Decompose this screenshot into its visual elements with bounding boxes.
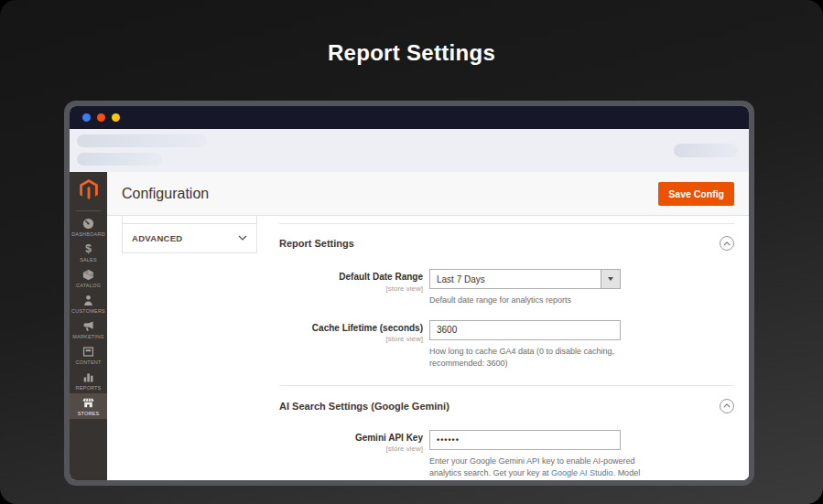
section-title: Report Settings — [279, 238, 354, 249]
sidebar-item-label: REPORTS — [76, 385, 102, 391]
config-tab-label: ADVANCED — [132, 233, 183, 243]
page-title: Report Settings — [0, 40, 823, 66]
select-dropdown-button[interactable] — [601, 270, 620, 288]
toolbar-skeleton-bar — [674, 144, 738, 157]
save-config-button[interactable]: Save Config — [658, 182, 734, 206]
dashboard-icon — [82, 218, 94, 230]
customers-icon — [82, 295, 94, 306]
sidebar-item-label: CONTENT — [76, 359, 102, 365]
field-default-date-range: Default Date Range [store view] Last 7 D… — [279, 269, 734, 307]
config-nav-column: ADVANCED — [122, 216, 257, 486]
sidebar-item-label: STORES — [78, 411, 100, 416]
window-dot-red[interactable] — [97, 113, 105, 122]
field-help-text: Default date range for analytics reports — [429, 295, 649, 307]
field-scope: [store view] — [279, 445, 423, 453]
cache-lifetime-input[interactable] — [429, 320, 621, 340]
sidebar-item-marketing[interactable]: MARKETING — [70, 316, 107, 342]
sidebar-item-label: DASHBOARD — [71, 231, 105, 237]
section-report-settings-header: Report Settings — [279, 224, 734, 251]
section-title: AI Search Settings (Google Gemini) — [279, 401, 449, 412]
stores-icon — [82, 397, 94, 409]
content-icon — [82, 346, 94, 358]
sidebar-item-label: CUSTOMERS — [71, 308, 105, 314]
browser-window: DASHBOARD $ SALES CATALOG — [64, 101, 754, 486]
field-label: Gemini API Key — [279, 433, 423, 445]
sales-icon: $ — [85, 243, 92, 255]
sidebar-item-label: MARKETING — [72, 334, 104, 339]
field-help-text: How long to cache GA4 data (0 to disable… — [429, 346, 649, 370]
toolbar-skeleton-bar — [77, 134, 207, 147]
sidebar-item-label: SALES — [80, 257, 97, 263]
sidebar-item-catalog[interactable]: CATALOG — [70, 265, 107, 291]
caret-down-icon — [608, 277, 613, 281]
field-label: Default Date Range — [279, 272, 423, 284]
field-gemini-api-key: Gemini API Key [store view] Enter your G… — [279, 430, 734, 487]
page-header: Configuration Save Config — [107, 172, 749, 216]
sidebar-item-sales[interactable]: $ SALES — [70, 240, 107, 265]
sidebar-item-dashboard[interactable]: DASHBOARD — [70, 214, 107, 240]
browser-toolbar — [70, 129, 749, 172]
catalog-icon — [82, 269, 94, 281]
config-tab-advanced[interactable]: ADVANCED — [122, 223, 257, 253]
window-dot-yellow[interactable] — [112, 113, 120, 122]
window-dot-blue[interactable] — [82, 113, 91, 122]
config-nav-previous-tab-partial — [122, 216, 257, 223]
sidebar-item-content[interactable]: CONTENT — [70, 342, 107, 368]
select-value: Last 7 Days — [430, 270, 601, 288]
configuration-title: Configuration — [122, 186, 209, 202]
field-scope: [store view] — [279, 284, 423, 293]
reports-icon — [82, 371, 94, 383]
chevron-down-icon — [238, 235, 247, 241]
browser-titlebar — [70, 106, 749, 129]
sidebar-item-stores[interactable]: STORES — [70, 393, 107, 419]
sidebar-item-reports[interactable]: REPORTS — [70, 368, 107, 393]
stage: Report Settings — [0, 0, 823, 504]
marketing-icon — [82, 320, 94, 332]
magento-sidebar: DASHBOARD $ SALES CATALOG — [70, 172, 107, 480]
magento-logo-icon[interactable] — [80, 179, 98, 204]
sidebar-divider — [76, 210, 101, 211]
section-ai-search-header: AI Search Settings (Google Gemini) — [279, 386, 734, 413]
google-ai-studio-link[interactable]: Google AI Studio — [551, 468, 613, 477]
sidebar-item-label: CATALOG — [76, 283, 101, 288]
collapse-section-button[interactable] — [720, 399, 734, 413]
field-label: Cache Lifetime (seconds) — [279, 323, 423, 335]
field-help-text: Enter your Google Gemini API key to enab… — [429, 456, 649, 487]
sidebar-item-customers[interactable]: CUSTOMERS — [70, 291, 107, 316]
default-date-range-select[interactable]: Last 7 Days — [429, 269, 621, 289]
field-cache-lifetime: Cache Lifetime (seconds) [store view] Ho… — [279, 320, 734, 370]
toolbar-skeleton-bar — [77, 153, 162, 166]
field-scope: [store view] — [279, 335, 423, 343]
collapse-section-button[interactable] — [720, 236, 734, 251]
gemini-api-key-input[interactable] — [429, 430, 621, 450]
